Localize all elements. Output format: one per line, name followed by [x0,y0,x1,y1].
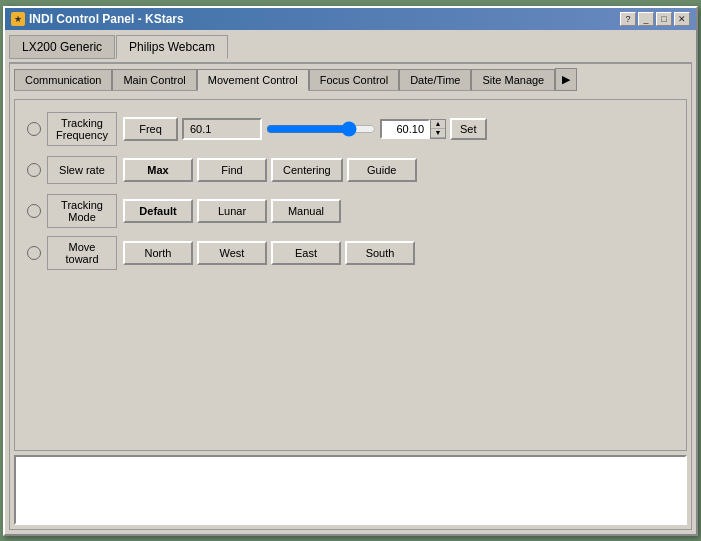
main-content-area: Communication Main Control Movement Cont… [9,62,692,530]
tracking-frequency-spin: ▲ ▼ [380,119,446,139]
tracking-default-button[interactable]: Default [123,199,193,223]
slew-rate-label: Slew rate [47,156,117,184]
slew-rate-row: Slew rate Max Find Centering Guide [27,154,674,186]
slew-centering-button[interactable]: Centering [271,158,343,182]
move-toward-radio[interactable] [27,246,41,260]
window-controls: ? _ □ ✕ [620,12,690,26]
window-title: INDI Control Panel - KStars [29,12,184,26]
tracking-frequency-row: Tracking Frequency Freq ▲ ▼ Set [27,112,674,146]
tab-date-time[interactable]: Date/Time [399,69,471,91]
tracking-frequency-label: Tracking Frequency [47,112,117,146]
log-area [14,455,687,525]
tracking-mode-radio[interactable] [27,204,41,218]
title-bar: ★ INDI Control Panel - KStars ? _ □ ✕ [5,8,696,30]
tab-movement-control[interactable]: Movement Control [197,69,309,91]
window-body: LX200 Generic Philips Webcam Communicati… [5,30,696,534]
spin-input[interactable] [380,119,430,139]
slew-max-button[interactable]: Max [123,158,193,182]
device-tabs: LX200 Generic Philips Webcam [9,34,692,58]
tracking-manual-button[interactable]: Manual [271,199,341,223]
tracking-mode-row: Tracking Mode Default Lunar Manual [27,194,674,228]
spin-down-button[interactable]: ▼ [431,129,445,138]
tracking-frequency-controls: Freq ▲ ▼ Set [123,117,674,141]
panel-tabs: Communication Main Control Movement Cont… [14,68,687,91]
freq-button[interactable]: Freq [123,117,178,141]
move-toward-controls: North West East South [123,241,674,265]
title-bar-left: ★ INDI Control Panel - KStars [11,12,184,26]
tracking-frequency-value[interactable] [182,118,262,140]
slew-guide-button[interactable]: Guide [347,158,417,182]
tab-communication[interactable]: Communication [14,69,112,91]
move-north-button[interactable]: North [123,241,193,265]
move-east-button[interactable]: East [271,241,341,265]
move-toward-label: Move toward [47,236,117,270]
main-window: ★ INDI Control Panel - KStars ? _ □ ✕ LX… [3,6,698,536]
tracking-mode-controls: Default Lunar Manual [123,199,674,223]
movement-control-panel: Tracking Frequency Freq ▲ ▼ Set [14,99,687,451]
app-icon: ★ [11,12,25,26]
slew-find-button[interactable]: Find [197,158,267,182]
tracking-mode-label: Tracking Mode [47,194,117,228]
move-south-button[interactable]: South [345,241,415,265]
tracking-lunar-button[interactable]: Lunar [197,199,267,223]
move-west-button[interactable]: West [197,241,267,265]
slew-rate-controls: Max Find Centering Guide [123,158,674,182]
tab-scroll-arrow[interactable]: ▶ [555,68,577,91]
tracking-frequency-slider[interactable] [266,121,376,137]
spin-buttons: ▲ ▼ [430,119,446,139]
tab-main-control[interactable]: Main Control [112,69,196,91]
tab-focus-control[interactable]: Focus Control [309,69,399,91]
tab-philips[interactable]: Philips Webcam [116,35,228,59]
close-button[interactable]: ✕ [674,12,690,26]
minimize-button[interactable]: _ [638,12,654,26]
set-button[interactable]: Set [450,118,487,140]
maximize-button[interactable]: □ [656,12,672,26]
tracking-frequency-radio[interactable] [27,122,41,136]
slew-rate-radio[interactable] [27,163,41,177]
help-button[interactable]: ? [620,12,636,26]
tab-site-manage[interactable]: Site Manage [471,69,555,91]
move-toward-row: Move toward North West East South [27,236,674,270]
tab-lx200[interactable]: LX200 Generic [9,35,115,59]
spin-up-button[interactable]: ▲ [431,120,445,129]
